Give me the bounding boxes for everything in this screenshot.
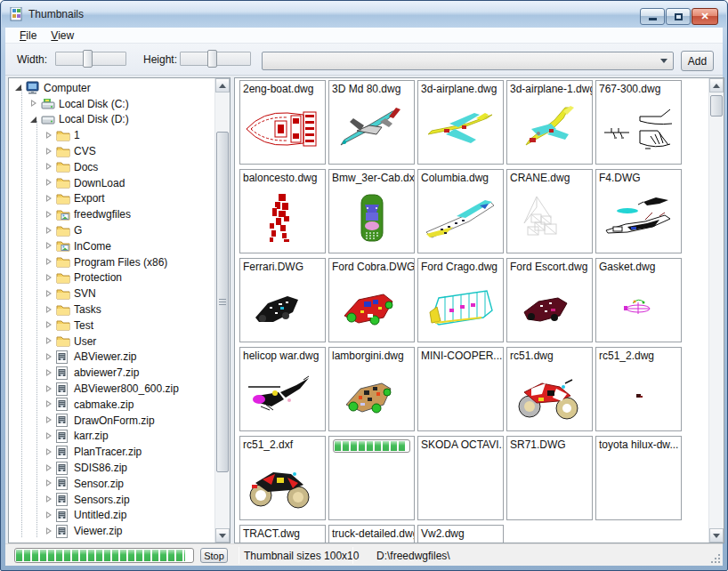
thumbnail-cell-gasket-dwg[interactable]: Gasket.dwg <box>595 258 682 342</box>
thumbnail-cell-skoda-octavi[interactable]: SKODA OCTAVI... <box>417 436 504 520</box>
thumbnail-cell-loading[interactable] <box>328 436 415 520</box>
scroll-up-button[interactable] <box>709 78 724 92</box>
tree-item-karr-zip[interactable]: karr.zip <box>9 429 214 445</box>
tree-item-user[interactable]: User <box>9 334 214 350</box>
thumbnail-cell-rc51-2-dwg[interactable]: rc51_2.dwg <box>595 347 682 431</box>
close-button[interactable]: ✕ <box>692 8 718 25</box>
expand-arrow-icon[interactable] <box>44 447 54 457</box>
resize-grip[interactable] <box>710 553 722 565</box>
width-slider-thumb[interactable] <box>83 50 93 68</box>
minimize-button[interactable] <box>640 8 665 25</box>
expand-arrow-icon[interactable] <box>29 99 39 109</box>
tree-item-local-disk-c[interactable]: Local Disk (C:) <box>9 96 214 112</box>
thumbnails-scrollbar-thumb[interactable] <box>710 95 723 117</box>
thumbnail-cell-mini-cooper[interactable]: MINI-COOPER... <box>417 347 504 431</box>
width-slider[interactable] <box>55 52 126 66</box>
expand-arrow-icon[interactable] <box>44 226 54 236</box>
thumbnail-cell-lamborgini-dwg[interactable]: lamborgini.dwg <box>328 347 415 431</box>
tree-item-test[interactable]: Test <box>9 318 214 334</box>
thumbnail-cell-2eng-boat-dwg[interactable]: 2eng-boat.dwg <box>239 80 326 165</box>
restore-button[interactable] <box>666 8 691 25</box>
thumbnail-cell-f4-dwg[interactable]: F4.DWG <box>595 169 682 253</box>
thumbnail-cell-ford-escort-dwg[interactable]: Ford Escort.dwg <box>506 258 593 342</box>
collapse-arrow-icon[interactable] <box>29 115 39 125</box>
tree-item-abviewer7-zip[interactable]: abviewer7.zip <box>9 365 214 381</box>
stop-button[interactable]: Stop <box>200 548 228 563</box>
expand-arrow-icon[interactable] <box>44 384 54 394</box>
expand-arrow-icon[interactable] <box>44 320 54 330</box>
tree-item-abviewer-zip[interactable]: ABViewer.zip <box>9 350 214 366</box>
tree-item-export[interactable]: Export <box>9 191 214 207</box>
tree-item-sensor-zip[interactable]: Sensor.zip <box>9 476 214 492</box>
expand-arrow-icon[interactable] <box>44 368 54 378</box>
scroll-up-button[interactable] <box>215 78 230 92</box>
thumbnail-cell-helicop-war-dwg[interactable]: helicop war.dwg <box>239 347 326 431</box>
tree-item-cabmake-zip[interactable]: cabmake.zip <box>9 397 214 413</box>
tree-item-g[interactable]: G <box>9 222 214 238</box>
tree-item-tasks[interactable]: Tasks <box>9 302 214 318</box>
tree-item-untitled-zip[interactable]: Untitled.zip <box>9 508 214 524</box>
tree-item-svn[interactable]: SVN <box>9 286 214 302</box>
tree-item-drawonform-zip[interactable]: DrawOnForm.zip <box>9 413 214 429</box>
expand-arrow-icon[interactable] <box>44 178 54 188</box>
thumbnails-scrollbar[interactable] <box>708 78 724 543</box>
scroll-down-button[interactable] <box>215 528 230 543</box>
height-slider[interactable] <box>180 52 251 66</box>
collapse-arrow-icon[interactable] <box>14 83 24 92</box>
tree-item-plantracer-zip[interactable]: PlanTracer.zip <box>9 444 214 460</box>
expand-arrow-icon[interactable] <box>44 511 54 520</box>
tree-item-sensors-zip[interactable]: Sensors.zip <box>9 492 214 508</box>
thumbnail-cell-crane-dwg[interactable]: CRANE.dwg <box>506 169 593 253</box>
expand-arrow-icon[interactable] <box>44 289 54 299</box>
expand-arrow-icon[interactable] <box>44 463 54 473</box>
thumbnail-cell-baloncesto-dwg[interactable]: baloncesto.dwg <box>239 169 326 253</box>
thumbnail-cell-3d-airplane-1-dwg[interactable]: 3d-airplane-1.dwg <box>506 80 593 165</box>
thumbnail-cell-ford-cobra-dwg[interactable]: Ford Cobra.DWG <box>328 258 415 342</box>
expand-arrow-icon[interactable] <box>44 162 54 172</box>
add-button[interactable]: Add <box>681 51 714 71</box>
tree-item-download[interactable]: DownLoad <box>9 175 214 191</box>
expand-arrow-icon[interactable] <box>44 131 54 141</box>
thumbnail-cell-toyota-hilux-dw[interactable]: toyota hilux-dw... <box>595 436 682 520</box>
thumbnail-cell-tract-dwg[interactable]: TRACT.dwg <box>239 525 326 543</box>
thumbnail-cell-rc51-2-dxf[interactable]: rc51_2.dxf <box>239 436 326 520</box>
thumbnail-cell-vw2-dwg[interactable]: Vw2.dwg <box>417 525 504 543</box>
expand-arrow-icon[interactable] <box>44 194 54 204</box>
tree-item-cvs[interactable]: CVS <box>9 143 214 159</box>
scroll-down-button[interactable] <box>709 528 724 543</box>
height-slider-thumb[interactable] <box>207 50 217 68</box>
expand-arrow-icon[interactable] <box>44 273 54 283</box>
tree-scrollbar[interactable] <box>214 78 230 543</box>
expand-arrow-icon[interactable] <box>44 399 54 409</box>
thumbnail-cell-ford-crago-dwg[interactable]: Ford Crago.dwg <box>417 258 504 342</box>
thumbnail-cell-sr71-dwg[interactable]: SR71.DWG <box>506 436 593 520</box>
tree-item-1[interactable]: 1 <box>9 127 214 143</box>
menu-view[interactable]: View <box>44 28 81 43</box>
tree-item-freedwgfiles[interactable]: freedwgfiles <box>9 206 214 222</box>
thumbnail-cell-columbia-dwg[interactable]: Columbia.dwg <box>417 169 504 253</box>
expand-arrow-icon[interactable] <box>44 495 54 504</box>
expand-arrow-icon[interactable] <box>44 257 54 267</box>
tree-item-computer[interactable]: Computer <box>9 80 214 96</box>
expand-arrow-icon[interactable] <box>44 241 54 251</box>
title-bar[interactable]: Thumbnails ✕ <box>2 1 726 28</box>
expand-arrow-icon[interactable] <box>44 527 54 536</box>
expand-arrow-icon[interactable] <box>44 431 54 441</box>
expand-arrow-icon[interactable] <box>44 147 54 157</box>
tree-item-docs[interactable]: Docs <box>9 159 214 175</box>
menu-file[interactable]: File <box>12 28 44 43</box>
thumbnail-cell-bmw-3er-cab-dxf[interactable]: Bmw_3er-Cab.dxf <box>328 169 415 253</box>
expand-arrow-icon[interactable] <box>44 352 54 362</box>
chevron-down-icon[interactable] <box>660 59 667 63</box>
tree-item-protection[interactable]: Protection <box>9 270 214 286</box>
expand-arrow-icon[interactable] <box>44 336 54 346</box>
tree-item-program-files-x86[interactable]: Program Files (x86) <box>9 254 214 270</box>
expand-arrow-icon[interactable] <box>44 479 54 488</box>
thumbnail-cell-rc51-dwg[interactable]: rc51.dwg <box>506 347 593 431</box>
tree-item-viewer-zip[interactable]: Viewer.zip <box>9 523 214 539</box>
tree-item-sdis86-zip[interactable]: SDIS86.zip <box>9 460 214 476</box>
tree-item-local-disk-d[interactable]: Local Disk (D:) <box>9 112 214 128</box>
tree-scrollbar-thumb[interactable] <box>216 132 229 472</box>
file-combobox[interactable] <box>262 52 674 70</box>
thumbnail-cell-ferrari-dwg[interactable]: Ferrari.DWG <box>239 258 326 342</box>
